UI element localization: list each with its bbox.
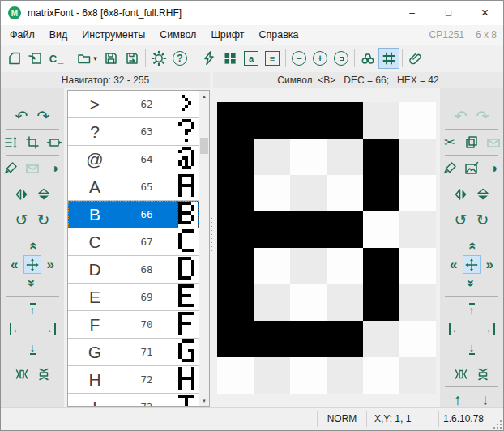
preview-text-button[interactable]: a: [241, 48, 262, 69]
flip-horizontal-button[interactable]: [451, 186, 471, 203]
shift-down-button[interactable]: »: [26, 280, 40, 287]
snap-left-button[interactable]: ←: [449, 323, 463, 335]
pixel-cell[interactable]: [217, 284, 254, 321]
maximize-button[interactable]: □: [430, 1, 467, 25]
snap-top-button[interactable]: ↑: [30, 303, 36, 316]
import-font-button[interactable]: [25, 48, 46, 69]
redo-button[interactable]: ↷: [473, 108, 493, 125]
find-button[interactable]: [357, 48, 378, 69]
rotate-left-button[interactable]: ↺: [451, 211, 471, 228]
pixel-cell[interactable]: [399, 211, 436, 248]
shift-left-button[interactable]: «: [446, 256, 461, 273]
pixel-cell[interactable]: [363, 248, 399, 284]
open-dropdown-icon[interactable]: ▾: [93, 54, 97, 62]
flip-vertical-button[interactable]: [34, 186, 53, 203]
navigator-row[interactable]: I73: [68, 394, 200, 407]
move-mode-button[interactable]: [463, 256, 479, 273]
pixel-cell[interactable]: [399, 139, 436, 175]
snap-left-button[interactable]: ←: [10, 323, 23, 335]
snap-top-button[interactable]: ↑: [469, 303, 475, 316]
pixel-cell[interactable]: [327, 175, 363, 211]
pixel-cell[interactable]: [327, 102, 363, 139]
flip-vertical-button[interactable]: [473, 186, 493, 203]
new-charset-button[interactable]: C_: [46, 48, 67, 69]
pixel-cell[interactable]: [327, 321, 363, 357]
brush-button[interactable]: [1, 160, 20, 177]
pixel-cell[interactable]: [399, 102, 436, 139]
pixel-cell[interactable]: [254, 248, 290, 284]
open-button[interactable]: ▾: [73, 48, 100, 69]
pixel-cell[interactable]: [290, 321, 327, 357]
navigator-row[interactable]: >62: [68, 91, 200, 118]
pixel-cell[interactable]: [254, 321, 290, 357]
navigator-row[interactable]: D68: [68, 256, 200, 284]
pixel-cell[interactable]: [363, 211, 399, 248]
pixel-cell[interactable]: [290, 175, 327, 211]
move-mode-button[interactable]: [24, 256, 40, 273]
char-map-button[interactable]: [220, 48, 241, 69]
invert-button[interactable]: ◑: [484, 160, 503, 177]
navigator-scrollbar[interactable]: ▲ ▼: [199, 91, 209, 406]
snap-right-button[interactable]: →: [481, 323, 495, 335]
snap-right-button[interactable]: →: [42, 323, 56, 335]
resize-grip[interactable]: [492, 419, 502, 429]
pixel-cell[interactable]: [327, 284, 363, 321]
pixel-cell[interactable]: [254, 211, 290, 248]
pixel-cell[interactable]: [254, 284, 290, 321]
shift-right-button[interactable]: »: [482, 256, 498, 273]
grid-toggle-button[interactable]: [378, 48, 399, 69]
help-button[interactable]: ?: [169, 48, 190, 69]
pixel-cell[interactable]: [254, 139, 290, 175]
pixel-cell[interactable]: [254, 175, 290, 211]
char-height-button[interactable]: [1, 134, 20, 151]
invert-button[interactable]: ◑: [45, 160, 64, 177]
snap-bottom-button[interactable]: ↓: [30, 342, 36, 355]
menu-tools[interactable]: Инструменты: [75, 25, 152, 45]
crop-button[interactable]: [23, 134, 42, 151]
pixel-cell[interactable]: [290, 357, 327, 394]
scroll-thumb[interactable]: [200, 138, 208, 154]
pixel-cell[interactable]: [327, 211, 363, 248]
next-char-button[interactable]: ↓: [476, 391, 495, 408]
splitter-handle[interactable]: [211, 218, 213, 254]
pixel-cell[interactable]: [399, 357, 436, 394]
code-list-button[interactable]: ≡: [262, 48, 283, 69]
rotate-right-button[interactable]: ↻: [34, 211, 53, 228]
center-vertical-button[interactable]: [34, 365, 53, 382]
center-vertical-button[interactable]: [473, 365, 493, 382]
pixel-cell[interactable]: [290, 211, 327, 248]
pixel-cell[interactable]: [217, 139, 254, 175]
paste-button[interactable]: [23, 160, 42, 177]
navigator-row[interactable]: A65: [68, 173, 200, 201]
shift-down-button[interactable]: »: [465, 280, 479, 287]
pixel-cell[interactable]: [254, 357, 290, 394]
save-as-button[interactable]: [122, 48, 143, 69]
cut-button[interactable]: ✂: [440, 134, 459, 151]
center-horizontal-button[interactable]: [12, 365, 32, 382]
menu-view[interactable]: Вид: [42, 25, 75, 45]
pixel-cell[interactable]: [363, 139, 399, 175]
paste-button[interactable]: [484, 134, 503, 151]
pixel-cell[interactable]: [363, 102, 399, 139]
char-navigator-list[interactable]: >62?63@64A65B66C67D68E69F70G71H72I73 ▲ ▼: [67, 90, 210, 407]
pixel-grid[interactable]: [217, 102, 436, 394]
pixel-cell[interactable]: [290, 102, 327, 139]
zoom-in-button[interactable]: +: [310, 48, 331, 69]
minimize-button[interactable]: –: [394, 1, 430, 25]
pixel-cell[interactable]: [327, 248, 363, 284]
undo-button[interactable]: ↶: [451, 108, 471, 125]
pixel-cell[interactable]: [217, 211, 254, 248]
pixel-cell[interactable]: [217, 175, 254, 211]
navigator-row[interactable]: G71: [68, 339, 200, 366]
pixel-cell[interactable]: [399, 321, 436, 357]
pixel-cell[interactable]: [327, 139, 363, 175]
close-button[interactable]: ×: [467, 1, 503, 25]
center-horizontal-button[interactable]: [451, 365, 471, 382]
menu-symbol[interactable]: Символ: [152, 25, 203, 45]
pixel-cell[interactable]: [399, 175, 436, 211]
snap-bottom-button[interactable]: ↓: [469, 342, 475, 355]
shift-up-button[interactable]: »: [26, 242, 40, 250]
navigator-row[interactable]: C67: [68, 228, 200, 256]
scroll-down-arrow[interactable]: ▼: [199, 395, 209, 406]
zoom-fit-button[interactable]: [331, 48, 352, 69]
